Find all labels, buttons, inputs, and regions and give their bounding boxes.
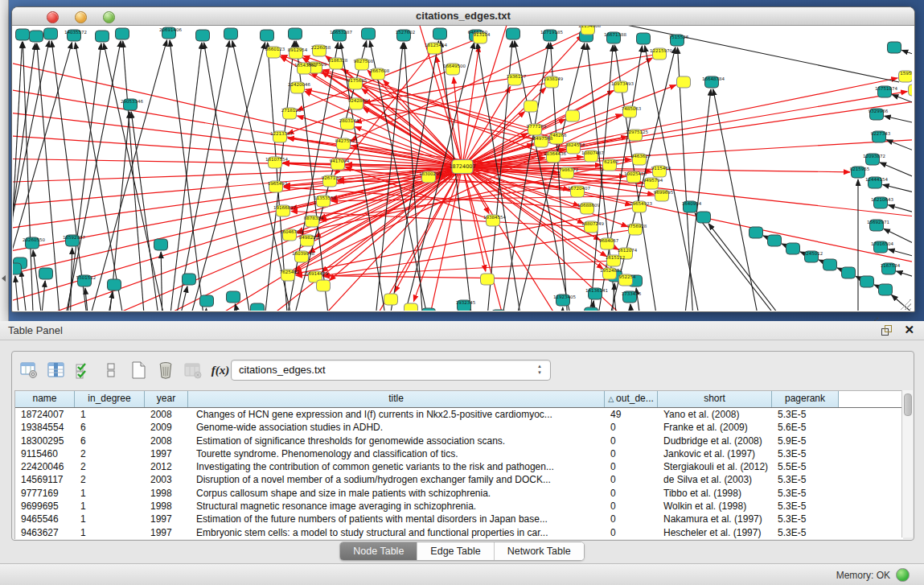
svg-text:19524851: 19524851 — [600, 268, 622, 273]
svg-text:12444154: 12444154 — [865, 177, 888, 182]
svg-text:14035572: 14035572 — [64, 30, 87, 35]
table-cell: Estimation of significance thresholds fo… — [188, 435, 605, 447]
table-scrollbar-thumb[interactable] — [904, 393, 912, 416]
table-row[interactable]: 1456911722003Disruption of a novel membe… — [15, 473, 903, 486]
svg-text:10807487: 10807487 — [581, 150, 604, 155]
create-column-button[interactable] — [126, 359, 150, 381]
svg-text:11353558: 11353558 — [314, 196, 336, 200]
svg-text:20364436: 20364436 — [544, 151, 566, 156]
svg-text:1527602: 1527602 — [396, 30, 416, 35]
svg-text:10973493: 10973493 — [611, 81, 634, 86]
control-panel-collapsed-strip[interactable] — [0, 0, 9, 322]
tab-network-table[interactable]: Network Table — [495, 542, 584, 560]
table-cell: 9463627 — [15, 526, 75, 539]
table-selector-dropdown[interactable]: citations_edges.txt ▲▼ — [231, 360, 551, 381]
table-selector-value: citations_edges.txt — [239, 364, 326, 376]
column-header-pagerank[interactable]: pagerank — [772, 391, 839, 407]
table-cell: 1 — [75, 513, 145, 525]
show-columns-button[interactable] — [44, 359, 68, 381]
tab-edge-table[interactable]: Edge Table — [417, 542, 494, 560]
table-mode-button[interactable] — [17, 359, 41, 381]
svg-text:62160: 62160 — [604, 159, 618, 164]
window-titlebar[interactable]: citations_edges.txt — [12, 7, 914, 26]
node-table: namein_degreeyeartitle△out_de...shortpag… — [14, 390, 903, 539]
column-header-in_degree[interactable]: in_degree — [75, 391, 145, 407]
table-cell: Nakamura et al. (1997) — [658, 513, 772, 525]
float-panel-icon[interactable] — [881, 325, 892, 336]
svg-text:5501512: 5501512 — [76, 275, 97, 280]
memory-status-indicator — [896, 568, 910, 582]
svg-text:1965493: 1965493 — [268, 181, 288, 186]
svg-text:9329966: 9329966 — [869, 109, 889, 113]
table-cell: 5.3E-5 — [772, 408, 839, 421]
table-cell: 0 — [605, 500, 658, 513]
svg-text:8186328: 8186328 — [328, 58, 348, 63]
table-scrollbar[interactable] — [901, 390, 913, 538]
table-cell: 14569117 — [15, 473, 75, 486]
table-cell: 0 — [605, 421, 658, 434]
table-row[interactable]: 2242004622012Investigating the contribut… — [15, 460, 903, 473]
function-builder-button[interactable]: f(x) — [208, 359, 232, 381]
svg-text:16671388: 16671388 — [604, 32, 626, 37]
table-cell: Disruption of a novel member of a sodium… — [188, 473, 605, 486]
table-cell: de Silva et al. (2003) — [658, 473, 772, 486]
table-cell: Changes of HCN gene expression and I(f) … — [188, 408, 605, 421]
panel-expand-arrow-icon[interactable] — [2, 275, 6, 282]
column-header-name[interactable]: name — [15, 391, 75, 407]
table-cell: Jankovic et al. (1997) — [658, 447, 772, 460]
table-cell: 5.5E-5 — [772, 460, 839, 473]
table-header-row: namein_degreeyeartitle△out_de...shortpag… — [15, 391, 903, 408]
tab-node-table[interactable]: Node Table — [340, 542, 417, 560]
table-row[interactable]: 911546021997Tourette syndrome. Phenomeno… — [15, 447, 903, 460]
table-cell: 0 — [605, 460, 658, 473]
svg-text:22420046: 22420046 — [288, 82, 310, 87]
status-bar: Memory: OK — [0, 563, 924, 585]
column-header-title[interactable]: title — [188, 391, 605, 407]
window-resize-grip-icon[interactable] — [900, 299, 911, 310]
select-all-checks-button[interactable] — [72, 359, 96, 381]
svg-text:8427552: 8427552 — [335, 138, 355, 143]
table-row[interactable]: 977716911998Corpus callosum shape and si… — [15, 487, 903, 500]
delete-table-button[interactable] — [181, 359, 205, 381]
svg-text:18107554: 18107554 — [265, 157, 288, 162]
table-cell: 0 — [605, 513, 658, 525]
table-cell: 5.3E-5 — [772, 473, 839, 486]
table-cell: 6 — [75, 435, 145, 447]
svg-text:20260550: 20260550 — [23, 237, 45, 242]
table-row[interactable]: 969969511998Structural magnetic resonanc… — [15, 500, 903, 513]
citation-network-graph[interactable]: 1403557220691406106532871527602646616010… — [13, 26, 912, 311]
table-cell: 1 — [75, 408, 145, 421]
table-row[interactable]: 1872400712008Changes of HCN gene express… — [15, 408, 903, 421]
column-header-short[interactable]: short — [658, 391, 772, 407]
table-cell: 1 — [75, 500, 145, 513]
table-panel-titlebar: Table Panel ✕ — [0, 321, 924, 340]
svg-text:2803144: 2803144 — [339, 118, 359, 123]
svg-text:9227343: 9227343 — [871, 131, 891, 136]
close-panel-icon[interactable]: ✕ — [904, 323, 914, 337]
svg-text:12975125: 12975125 — [626, 130, 648, 134]
svg-text:16046708: 16046708 — [280, 229, 302, 234]
table-cell: Corpus callosum shape and size in male p… — [188, 487, 605, 500]
svg-text:12215970: 12215970 — [650, 48, 672, 53]
table-row[interactable]: 946362711997Embryonic stem cells: a mode… — [15, 526, 903, 539]
table-row[interactable]: 1830029562008Estimation of significance … — [15, 435, 903, 447]
row-height-button[interactable] — [99, 359, 123, 381]
svg-text:15958: 15958 — [900, 71, 912, 76]
column-header-out_de[interactable]: △out_de... — [605, 391, 658, 407]
table-row[interactable]: 1938455462009Genome-wide association stu… — [15, 421, 903, 434]
svg-text:1936127: 1936127 — [507, 74, 527, 79]
column-header-year[interactable]: year — [145, 391, 188, 407]
network-canvas[interactable]: 1403557220691406106532871527602646616010… — [13, 26, 912, 311]
svg-text:16720407: 16720407 — [568, 186, 590, 191]
table-cell: Dudbridge et al. (2008) — [658, 435, 772, 447]
delete-columns-button[interactable] — [154, 359, 178, 381]
table-cell: 1997 — [145, 526, 188, 539]
svg-text:8660123: 8660123 — [265, 47, 285, 51]
table-cell: 1997 — [145, 447, 188, 460]
table-row[interactable]: 946554611997Estimation of the future num… — [15, 513, 903, 525]
table-cell: 2 — [75, 460, 145, 473]
svg-text:14136141: 14136141 — [585, 288, 608, 293]
table-cell: Genome-wide association studies in ADHD. — [188, 421, 605, 434]
svg-text:16648784: 16648784 — [702, 76, 725, 81]
table-cell: 9699695 — [15, 500, 75, 513]
